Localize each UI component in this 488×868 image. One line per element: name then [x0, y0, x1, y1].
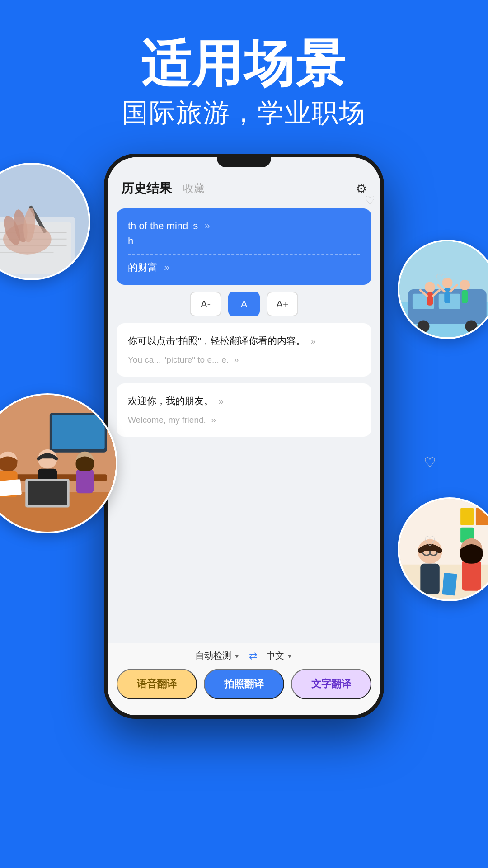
circle-classroom [0, 393, 117, 533]
circle-hands-writing [0, 163, 90, 280]
white-card2-zh: 欢迎你，我的朋友。 » [128, 393, 360, 409]
speaker-icon-zh1[interactable]: » [311, 336, 316, 346]
svg-rect-24 [462, 290, 468, 303]
blue-card-divider [128, 254, 360, 260]
target-language-selector[interactable]: 中文 ▼ [266, 650, 293, 662]
blue-card-line2: h [128, 233, 360, 248]
font-size-large-button[interactable]: A+ [267, 292, 298, 316]
svg-rect-57 [442, 573, 457, 596]
voice-translate-button[interactable]: 语音翻译 [117, 669, 197, 699]
svg-point-17 [418, 320, 430, 332]
phone-notch [217, 154, 271, 167]
app-screen: 历史结果 收藏 ⚙ th of the mind is » h [108, 157, 380, 715]
blue-card-line3: 的财富 » [128, 260, 360, 275]
svg-point-18 [465, 320, 478, 332]
main-title: 适用场景 [0, 36, 488, 91]
heart-icon-blue-card[interactable]: ♡ [365, 193, 375, 208]
saved-label[interactable]: 收藏 [183, 181, 205, 196]
phone-frame: 历史结果 收藏 ⚙ th of the mind is » h [104, 154, 384, 719]
text-translate-button[interactable]: 文字翻译 [291, 669, 371, 699]
header-section: 适用场景 国际旅游，学业职场 [0, 0, 488, 149]
translation-card-white1: 你可以点击"拍照"，轻松翻译你看的内容。 » You ca... "pictur… [117, 323, 371, 377]
speaker-icon-en2[interactable]: » [211, 415, 216, 425]
font-size-small-button[interactable]: A- [190, 292, 221, 316]
action-buttons-row: 语音翻译 拍照翻译 文字翻译 [117, 669, 371, 699]
bottom-toolbar: 自动检测 ▼ ⇄ 中文 ▼ 语音翻译 拍照翻译 文字翻译 [108, 643, 380, 715]
classroom-illustration [0, 395, 116, 532]
speaker-icon-en1[interactable]: » [234, 354, 239, 364]
cards-area: th of the mind is » h 的财富 » ♡ [108, 204, 380, 448]
target-lang-arrow: ▼ [286, 652, 293, 660]
svg-rect-39 [76, 469, 94, 494]
svg-rect-41 [28, 481, 67, 505]
svg-rect-32 [52, 415, 105, 449]
white-card1-en: You ca... "picture" to e... e. » [128, 352, 360, 367]
svg-rect-45 [460, 508, 474, 525]
hands-writing-illustration [0, 165, 89, 278]
white-card2-en: Welcome, my friend. » [128, 412, 360, 427]
students-studying-illustration [399, 499, 488, 599]
speaker-icon-zh2[interactable]: » [219, 396, 224, 406]
svg-rect-56 [462, 560, 481, 591]
svg-rect-42 [0, 479, 22, 496]
svg-rect-20 [427, 292, 433, 306]
source-lang-arrow: ▼ [234, 652, 240, 660]
swap-languages-button[interactable]: ⇄ [249, 650, 257, 662]
language-row: 自动检测 ▼ ⇄ 中文 ▼ [117, 650, 371, 662]
source-language-selector[interactable]: 自动检测 ▼ [195, 650, 240, 662]
font-size-medium-button[interactable]: A [228, 292, 260, 316]
phone-screen: 历史结果 收藏 ⚙ th of the mind is » h [108, 157, 380, 715]
photo-translate-button[interactable]: 拍照翻译 [204, 669, 284, 699]
white-card1-zh: 你可以点击"拍照"，轻松翻译你看的内容。 » [128, 333, 360, 349]
circle-students-studying [398, 497, 488, 601]
sub-title: 国际旅游，学业职场 [0, 95, 488, 131]
youth-group-illustration [399, 241, 488, 337]
heart-icon-float1: ♡ [435, 271, 447, 287]
font-size-controls: A- A A+ [117, 292, 371, 316]
svg-rect-46 [476, 508, 488, 525]
heart-icon-float2: ♡ [424, 454, 436, 470]
circle-youth-group [398, 240, 488, 339]
svg-point-19 [425, 282, 435, 292]
phone-mockup: 历史结果 收藏 ⚙ th of the mind is » h [104, 154, 384, 719]
svg-rect-49 [420, 564, 439, 594]
translation-card-blue: th of the mind is » h 的财富 » [117, 208, 371, 285]
history-label: 历史结果 [121, 180, 172, 197]
svg-point-23 [460, 280, 470, 290]
svg-rect-22 [444, 288, 450, 303]
blue-card-line1: th of the mind is » [128, 218, 360, 233]
heart-icon-float3: ♡ [424, 533, 436, 549]
translation-card-white2: 欢迎你，我的朋友。 » Welcome, my friend. » [117, 383, 371, 437]
